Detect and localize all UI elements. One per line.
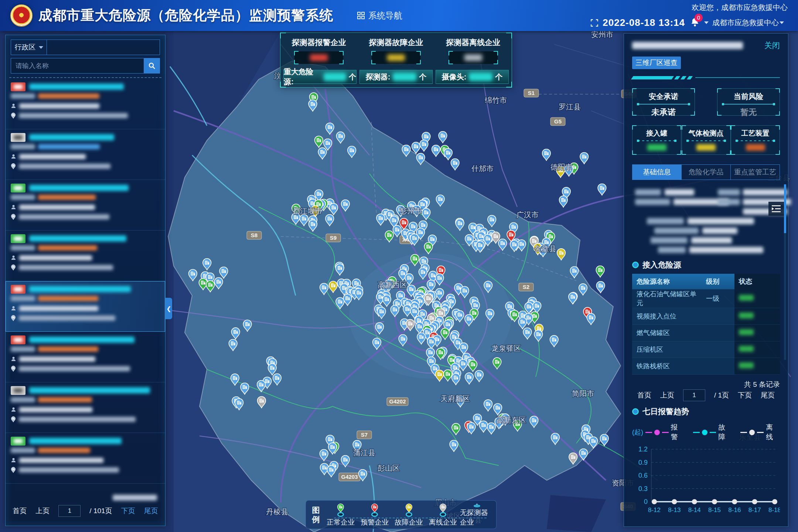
pagination-next[interactable]: 下页: [738, 391, 752, 400]
svg-text:G5: G5: [554, 118, 562, 125]
trend-legend-item[interactable]: 故障: [693, 423, 733, 442]
company-title-redacted: [29, 235, 126, 242]
system-nav-label: 系统导航: [368, 10, 402, 21]
y-axis-unit: (起): [632, 428, 643, 437]
pagination-last[interactable]: 尾页: [761, 391, 775, 400]
hazard-name: 液化石油气储罐区单元: [632, 289, 702, 308]
pagination-next[interactable]: 下页: [121, 506, 135, 516]
notification-bell[interactable]: 0: [690, 17, 700, 28]
pagination-first[interactable]: 首页: [637, 391, 651, 400]
company-title-redacted: [29, 185, 129, 191]
pagination-prev[interactable]: 上页: [35, 506, 50, 516]
data-point[interactable]: [752, 499, 757, 504]
3d-plant-tour-button[interactable]: 三维厂区巡查: [632, 57, 681, 69]
expand-panel-button[interactable]: [768, 202, 784, 216]
table-row[interactable]: 燃气储罐区: [632, 325, 780, 341]
company-card[interactable]: [6, 180, 165, 231]
pagination-page-input[interactable]: [58, 505, 81, 517]
svg-text:0: 0: [644, 498, 648, 505]
svg-text:1.2: 1.2: [638, 446, 648, 453]
table-row[interactable]: 视频接入点位: [632, 308, 780, 325]
hazard-status-redacted: [734, 341, 780, 358]
person-icon: [11, 154, 16, 159]
search-row: [11, 58, 160, 74]
company-name-redacted: [632, 42, 743, 49]
map-label: 德阳市: [550, 163, 573, 171]
org-dropdown[interactable]: 成都市应急救援中心: [712, 18, 779, 28]
hazard-level: [702, 308, 734, 325]
company-card[interactable]: [6, 433, 165, 484]
counter-unit: 个: [419, 72, 426, 82]
region-filter-dropdown[interactable]: 行政区: [11, 40, 47, 55]
table-row[interactable]: 铁路栈桥区: [632, 358, 780, 375]
address-row-redacted: [11, 163, 110, 169]
company-card[interactable]: [6, 332, 165, 382]
data-point[interactable]: [652, 499, 657, 504]
info-row-redacted: [632, 217, 780, 226]
company-card[interactable]: [6, 382, 165, 433]
map-label: 天府新区: [440, 395, 470, 403]
company-card[interactable]: [6, 281, 165, 332]
person-icon: [11, 255, 16, 260]
pagination-first[interactable]: 首页: [13, 506, 27, 516]
company-title-redacted: [29, 438, 122, 444]
info-row-redacted: [632, 246, 780, 255]
svg-text:8-15: 8-15: [708, 507, 721, 514]
scrollbar-track[interactable]: [784, 184, 786, 360]
detail-stat-box: 工艺装置: [731, 125, 780, 155]
pagination-page-input[interactable]: [683, 389, 705, 401]
resource-counter: 探测器: 个: [359, 70, 433, 84]
hazard-status-redacted: [734, 325, 780, 341]
legend-pin-icon: [437, 504, 449, 513]
search-input[interactable]: [11, 58, 144, 74]
trend-section-title: 七日报警趋势: [642, 406, 689, 417]
tab-重点监管工艺[interactable]: 重点监管工艺: [731, 165, 780, 180]
data-point[interactable]: [672, 499, 677, 504]
detector-stats-panel: 探测器报警企业 探测器故障企业 探测器离线企业 重大危险源: 个探测器: 个摄像…: [280, 33, 512, 88]
data-point[interactable]: [772, 499, 777, 504]
person-icon: [11, 103, 16, 109]
tab-危险化学品[interactable]: 危险化学品: [682, 165, 731, 180]
map-label: 简阳市: [572, 389, 594, 398]
close-button[interactable]: 关闭: [764, 40, 780, 51]
sidebar-collapse-button[interactable]: ❮: [166, 298, 172, 319]
table-row[interactable]: 压缩机区: [632, 341, 780, 358]
legend-ring-icon: [440, 512, 446, 517]
pagination-last[interactable]: 尾页: [144, 506, 158, 516]
basic-info-redacted: [632, 188, 780, 255]
address-row-redacted: [11, 214, 109, 220]
map-label: 高新东区: [497, 416, 526, 424]
trend-legend: 报警 故障 离线: [645, 423, 780, 442]
chevron-down-icon: [704, 21, 709, 24]
company-sidebar: 行政区: [5, 35, 166, 526]
data-point[interactable]: [712, 499, 717, 504]
fullscreen-icon[interactable]: [591, 19, 598, 27]
trend-legend-item[interactable]: 离线: [740, 423, 780, 442]
company-card[interactable]: [6, 79, 165, 129]
hazard-name: 燃气储罐区: [632, 325, 702, 341]
region-filter-input[interactable]: [47, 40, 160, 55]
sidebar-pagination: 首页 上页 / 101页 下页 尾页: [6, 505, 165, 517]
data-point[interactable]: [692, 499, 697, 504]
map-label: 蒲江县: [353, 449, 375, 457]
tab-基础信息[interactable]: 基础信息: [632, 165, 682, 180]
legend-item: 故障企业: [392, 502, 426, 527]
system-nav-button[interactable]: 系统导航: [357, 10, 402, 21]
risk-type-row-redacted: [11, 195, 96, 200]
chevron-down-icon: [780, 21, 784, 24]
company-card[interactable]: [6, 231, 165, 281]
detail-stat-box: 接入罐: [632, 125, 681, 155]
counter-value-redacted: [469, 73, 492, 81]
data-point[interactable]: [732, 499, 737, 504]
company-card[interactable]: [6, 129, 165, 180]
scrollbar-thumb[interactable]: [784, 184, 786, 233]
counter-value-redacted: [324, 73, 346, 81]
risk-type-row-redacted: [11, 347, 98, 352]
app-root: S1G5S9X40S8S2S7G4202G4203S40S40 安州市绵竹市罗江…: [0, 0, 798, 532]
hazard-name: 视频接入点位: [632, 308, 702, 325]
trend-legend-item[interactable]: 报警: [645, 423, 685, 442]
table-row[interactable]: 液化石油气储罐区单元 一级: [632, 289, 780, 308]
pagination-prev[interactable]: 上页: [660, 391, 674, 400]
map-label: 安州市: [591, 31, 613, 38]
search-button[interactable]: [144, 58, 160, 74]
